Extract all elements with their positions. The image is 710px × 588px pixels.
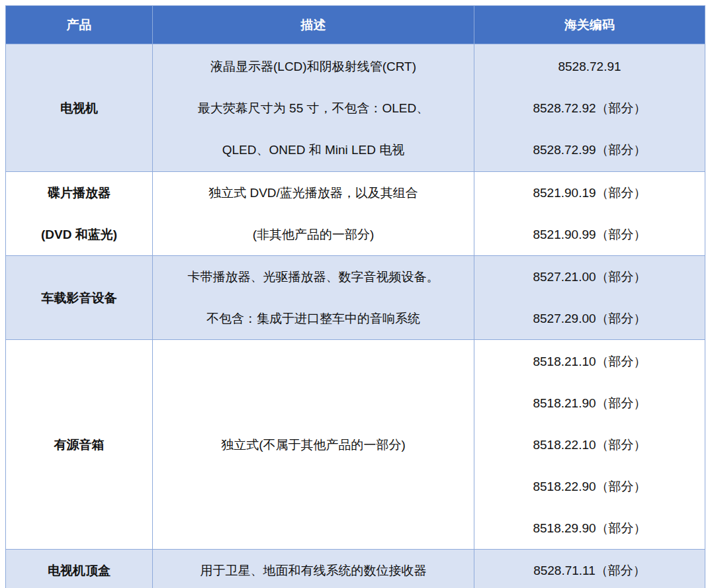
- text-line: 8518.29.90（部分）: [474, 507, 705, 549]
- text-line: 卡带播放器、光驱播放器、数字音视频设备。: [153, 256, 474, 298]
- text-line: 8518.22.10（部分）: [474, 424, 705, 466]
- customs-codes-cell: 8521.90.19（部分）8521.90.99（部分）: [474, 172, 705, 256]
- description-cell: 液晶显示器(LCD)和阴极射线管(CRT)最大荧幕尺寸为 55 寸，不包含：OL…: [153, 44, 474, 172]
- text-line: 电视机顶盒: [6, 550, 152, 588]
- text-line: 不包含：集成于进口整车中的音响系统: [153, 298, 474, 339]
- text-line: 8518.22.90（部分）: [474, 466, 705, 507]
- text-line: 车载影音设备: [6, 277, 152, 319]
- table-row-powered-speaker: 有源音箱 独立式(不属于其他产品的一部分) 8518.21.10（部分）8518…: [6, 340, 705, 550]
- text-line: 有源音箱: [6, 424, 152, 466]
- product-cell: 有源音箱: [6, 340, 153, 550]
- text-line: 独立式 DVD/蓝光播放器，以及其组合: [153, 172, 474, 214]
- table-row-car-audio: 车载影音设备 卡带播放器、光驱播放器、数字音视频设备。不包含：集成于进口整车中的…: [6, 256, 705, 340]
- customs-codes-cell: 8528.71.11（部分）: [474, 550, 705, 588]
- product-cell: 车载影音设备: [6, 256, 153, 340]
- product-cell: 电视机顶盒: [6, 550, 153, 588]
- text-line: 液晶显示器(LCD)和阴极射线管(CRT): [153, 46, 474, 87]
- text-line: 8528.72.91: [474, 46, 705, 87]
- text-line: 用于卫星、地面和有线系统的数位接收器: [153, 550, 474, 588]
- text-line: 8527.21.00（部分）: [474, 256, 705, 298]
- text-line: 独立式(不属于其他产品的一部分): [153, 424, 474, 466]
- text-line: 8528.72.92（部分）: [474, 87, 705, 129]
- text-line: QLED、ONED 和 Mini LED 电视: [153, 129, 474, 171]
- text-line: 最大荧幕尺寸为 55 寸，不包含：OLED、: [153, 87, 474, 129]
- customs-codes-cell: 8518.21.10（部分）8518.21.90（部分）8518.22.10（部…: [474, 340, 705, 550]
- description-cell: 独立式 DVD/蓝光播放器，以及其组合(非其他产品的一部分): [153, 172, 474, 256]
- text-line: 8528.72.99（部分）: [474, 129, 705, 171]
- header-description: 描述: [153, 6, 474, 44]
- table-row-disc-player: 碟片播放器(DVD 和蓝光) 独立式 DVD/蓝光播放器，以及其组合(非其他产品…: [6, 172, 705, 256]
- text-line: 电视机: [6, 87, 152, 129]
- product-cell: 电视机: [6, 44, 153, 172]
- table-row-settop-box: 电视机顶盒 用于卫星、地面和有线系统的数位接收器 8528.71.11（部分）: [6, 550, 705, 588]
- customs-codes-cell: 8528.72.918528.72.92（部分）8528.72.99（部分）: [474, 44, 705, 172]
- text-line: 8518.21.90（部分）: [474, 382, 705, 424]
- header-customs-code: 海关编码: [474, 6, 705, 44]
- text-line: 8521.90.19（部分）: [474, 172, 705, 214]
- product-cell: 碟片播放器(DVD 和蓝光): [6, 172, 153, 256]
- table-row-tv: 电视机 液晶显示器(LCD)和阴极射线管(CRT)最大荧幕尺寸为 55 寸，不包…: [6, 44, 705, 172]
- text-line: 8527.29.00（部分）: [474, 298, 705, 339]
- text-line: 8528.71.11（部分）: [474, 550, 705, 588]
- text-line: (非其他产品的一部分): [153, 214, 474, 255]
- text-line: 碟片播放器: [6, 172, 152, 214]
- description-cell: 独立式(不属于其他产品的一部分): [153, 340, 474, 550]
- customs-code-table-page: 产品 描述 海关编码 电视机 液晶显示器(LCD)和阴极射线管(CRT)最大荧幕…: [5, 5, 705, 588]
- table-header-row: 产品 描述 海关编码: [6, 6, 705, 44]
- customs-codes-cell: 8527.21.00（部分）8527.29.00（部分）: [474, 256, 705, 340]
- description-cell: 卡带播放器、光驱播放器、数字音视频设备。不包含：集成于进口整车中的音响系统: [153, 256, 474, 340]
- text-line: 8518.21.10（部分）: [474, 341, 705, 382]
- text-line: (DVD 和蓝光): [6, 214, 152, 255]
- description-cell: 用于卫星、地面和有线系统的数位接收器: [153, 550, 474, 588]
- customs-code-table: 产品 描述 海关编码 电视机 液晶显示器(LCD)和阴极射线管(CRT)最大荧幕…: [5, 5, 705, 588]
- text-line: 8521.90.99（部分）: [474, 214, 705, 255]
- header-product: 产品: [6, 6, 153, 44]
